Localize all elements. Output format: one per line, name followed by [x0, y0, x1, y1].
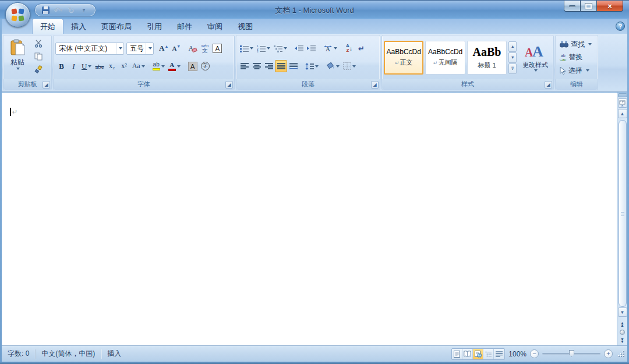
full-screen-reading-view-button[interactable]	[462, 349, 473, 359]
paragraph-dialog-launcher[interactable]: ◢	[371, 81, 379, 89]
find-button[interactable]: 查找	[559, 39, 596, 50]
align-right-button[interactable]	[263, 60, 275, 72]
multilevel-list-button[interactable]	[272, 43, 289, 55]
italic-button[interactable]: I	[68, 60, 80, 72]
redo-button[interactable]: ↻	[66, 6, 76, 15]
save-button[interactable]	[40, 6, 51, 15]
copy-button[interactable]	[31, 51, 45, 62]
tab-references[interactable]: 引用	[139, 19, 169, 34]
styles-scroll-down-button[interactable]: ▼	[508, 52, 517, 63]
scroll-down-button[interactable]: ▼	[618, 308, 627, 317]
show-hide-marks-button[interactable]: ↵	[355, 43, 367, 55]
style-normal[interactable]: AaBbCcDd ↵正文	[384, 41, 423, 75]
word-count-indicator[interactable]: 字数: 0	[2, 348, 35, 360]
numbering-button[interactable]: 1 2 3	[255, 43, 272, 55]
resize-grip[interactable]	[617, 350, 625, 358]
phonetic-guide-icon: wén 文	[201, 44, 209, 54]
document-canvas[interactable]: ↵	[2, 93, 627, 345]
chevron-down-icon: ▿	[83, 8, 85, 13]
minimize-button[interactable]	[564, 1, 581, 12]
styles-more-button[interactable]: ⊽	[508, 63, 517, 74]
distribute-button[interactable]	[287, 60, 299, 72]
styles-dialog-launcher[interactable]: ◢	[545, 81, 552, 89]
increase-indent-button[interactable]	[305, 43, 317, 55]
zoom-out-button[interactable]: −	[530, 349, 539, 358]
scrollbar-thumb[interactable]	[619, 120, 627, 307]
underline-button[interactable]: U	[80, 60, 93, 72]
office-button[interactable]	[5, 2, 30, 27]
select-button[interactable]: 选择	[559, 65, 596, 76]
zoom-level[interactable]: 100%	[508, 350, 526, 358]
style-heading1[interactable]: AaBb 标题 1	[467, 41, 507, 75]
draft-view-button[interactable]	[494, 349, 504, 359]
multilevel-list-icon	[274, 45, 282, 52]
font-color-button[interactable]: A	[167, 60, 182, 72]
line-spacing-button[interactable]	[303, 60, 320, 72]
next-page-button[interactable]: ▼▼	[618, 336, 627, 345]
zoom-slider-handle[interactable]	[569, 350, 574, 357]
undo-button[interactable]: ↶▾	[53, 6, 63, 15]
superscript-button[interactable]: x²	[118, 60, 130, 72]
zoom-slider[interactable]	[542, 353, 600, 355]
bullets-button[interactable]	[238, 43, 255, 55]
tab-page-layout[interactable]: 页面布局	[94, 19, 139, 34]
change-styles-button[interactable]: AA 更改样式	[519, 43, 552, 72]
ruler-toggle-button[interactable]	[618, 98, 627, 108]
tab-view[interactable]: 视图	[230, 19, 260, 34]
format-painter-button[interactable]	[31, 63, 45, 75]
strikethrough-button[interactable]: abe	[93, 60, 105, 72]
sort-button[interactable]: A Z ↓	[343, 43, 355, 55]
scroll-up-button[interactable]: ▲	[618, 109, 627, 118]
styles-scroll-up-button[interactable]: ▲	[508, 41, 517, 52]
outline-view-button[interactable]	[483, 349, 494, 359]
previous-page-button[interactable]: ▲▲	[618, 320, 627, 328]
phonetic-guide-button[interactable]: wén 文	[199, 43, 211, 55]
align-left-icon	[241, 63, 249, 69]
font-dialog-launcher[interactable]: ◢	[225, 81, 233, 89]
select-browse-object-button[interactable]	[620, 330, 625, 335]
print-layout-view-button[interactable]	[452, 349, 462, 359]
close-button[interactable]: ×	[597, 1, 623, 12]
decrease-indent-button[interactable]	[293, 43, 305, 55]
zoom-in-button[interactable]: +	[604, 349, 613, 358]
web-layout-view-button[interactable]	[473, 349, 483, 359]
tab-review[interactable]: 审阅	[200, 19, 230, 34]
enclose-characters-button[interactable]: 字	[199, 60, 211, 72]
text-highlight-button[interactable]: ab	[151, 60, 167, 72]
help-button[interactable]: ?	[616, 22, 625, 31]
shrink-font-button[interactable]: A ▼	[170, 43, 182, 55]
replace-button[interactable]: ab ⤷ac 替换	[559, 52, 596, 63]
font-name-combo[interactable]: 宋体 (中文正文)	[55, 43, 124, 55]
grow-font-button[interactable]: A ▲	[157, 43, 170, 55]
bullets-icon	[240, 45, 249, 52]
character-border-button[interactable]: A	[211, 43, 224, 55]
clear-formatting-button[interactable]: A	[186, 43, 199, 55]
insert-mode-indicator[interactable]: 插入	[101, 348, 127, 360]
paste-button[interactable]: 粘贴	[5, 37, 30, 78]
change-case-button[interactable]: Aa	[130, 60, 147, 72]
window-frame-bottom	[0, 362, 629, 364]
language-indicator[interactable]: 中文(简体，中国)	[36, 348, 101, 360]
cursor-arrow-icon	[560, 67, 566, 75]
customize-qat-button[interactable]: ▿	[79, 6, 89, 15]
strikethrough-icon: abe	[95, 63, 104, 70]
maximize-button[interactable]	[581, 1, 597, 12]
asian-layout-button[interactable]: A	[321, 43, 339, 55]
tab-mailings[interactable]: 邮件	[169, 19, 200, 34]
character-border-icon: A	[213, 44, 222, 53]
shading-button[interactable]	[324, 60, 341, 72]
split-window-handle[interactable]	[618, 93, 627, 97]
tab-home[interactable]: 开始	[32, 19, 63, 34]
font-size-combo[interactable]: 五号	[126, 43, 154, 55]
tab-insert[interactable]: 插入	[63, 19, 94, 34]
subscript-button[interactable]: x₂	[106, 60, 118, 72]
cut-button[interactable]	[31, 38, 45, 50]
bold-button[interactable]: B	[55, 60, 68, 72]
style-no-spacing[interactable]: AaBbCcDd ↵无间隔	[425, 41, 465, 75]
align-center-button[interactable]	[250, 60, 263, 72]
align-left-button[interactable]	[238, 60, 250, 72]
borders-button[interactable]	[341, 60, 358, 72]
character-shading-button[interactable]: A	[186, 60, 199, 72]
justify-button[interactable]	[275, 60, 287, 72]
clipboard-dialog-launcher[interactable]: ◢	[43, 81, 50, 89]
